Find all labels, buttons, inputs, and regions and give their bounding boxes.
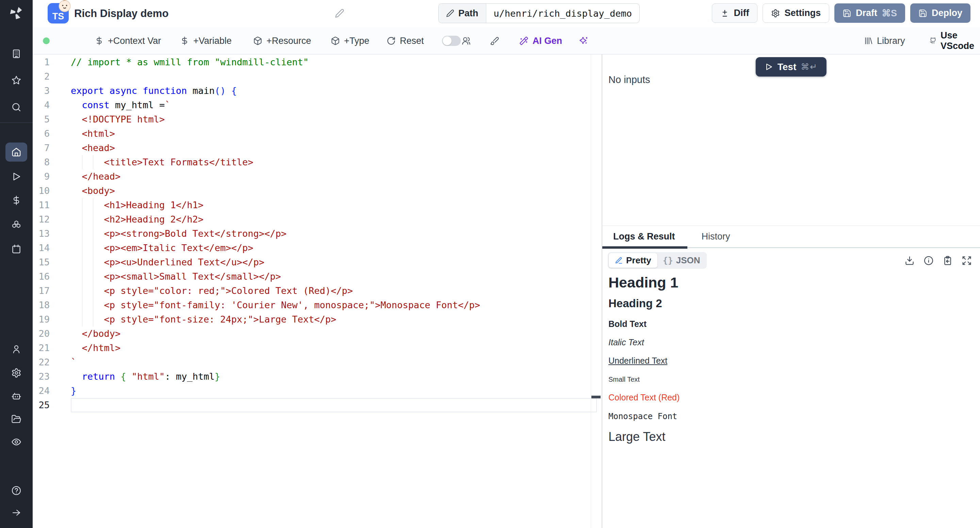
sidebar-item-settings-gear-icon[interactable] [11,368,21,378]
code-line[interactable]: 22` [33,355,597,369]
code-line[interactable]: 5 <!DOCTYPE html> [33,112,597,127]
line-text[interactable]: </head> [71,169,597,184]
code-editor[interactable]: 1// import * as wmill from "windmill-cli… [33,54,601,528]
download-icon[interactable] [904,256,915,266]
line-text[interactable]: <!DOCTYPE html> [71,112,597,127]
settings-button[interactable]: Settings [762,3,829,23]
sidebar-item-resources-cubes-icon[interactable] [11,220,21,230]
edit-path-button[interactable]: Path [439,4,486,23]
sidebar-item-user-icon[interactable] [11,344,21,354]
line-text[interactable]: // import * as wmill from "windmill-clie… [71,55,597,69]
library-button[interactable]: Library [864,35,905,46]
code-line[interactable]: 14 <p><em>Italic Text</em></p> [33,241,597,255]
code-line[interactable]: 11 <h1>Heading 1</h1> [33,198,597,212]
code-line[interactable]: 24} [33,384,597,398]
tab-logs-result[interactable]: Logs & Result [602,226,687,247]
sidebar-item-folders-icon[interactable] [11,414,21,424]
code-line[interactable]: 10 <body> [33,184,597,198]
sidebar-divider [0,122,33,123]
code-line[interactable]: 19 <p style="font-size: 24px;">Large Tex… [33,312,597,327]
line-text[interactable]: <body> [71,184,597,198]
sidebar-item-audit-eye-icon[interactable] [11,437,21,447]
code-line[interactable]: 2 [33,69,597,84]
code-line[interactable]: 17 <p style="color: red;">Colored Text (… [33,284,597,298]
help-icon[interactable] [11,485,21,496]
path-value[interactable]: u/henri/rich_display_demo [486,4,640,23]
line-text[interactable]: </html> [71,341,597,355]
windmill-logo-icon[interactable] [9,5,24,21]
diff-mode-toggle[interactable] [442,36,461,46]
code-line[interactable]: 23 return { "html": my_html} [33,369,597,384]
search-icon[interactable] [11,102,21,112]
code-line[interactable]: 13 <p><strong>Bold Text</strong></p> [33,227,597,241]
code-line[interactable]: 20 </body> [33,327,597,341]
workspace-building-icon[interactable] [11,49,21,59]
edit-summary-pencil-icon[interactable] [335,8,344,18]
line-text[interactable]: <p><em>Italic Text</em></p> [71,241,597,255]
info-icon[interactable] [924,256,934,266]
code-line[interactable]: 1// import * as wmill from "windmill-cli… [33,55,597,69]
test-button[interactable]: Test ⌘↵ [756,57,827,76]
add-context-var-button[interactable]: +Context Var [95,35,161,46]
code-line[interactable]: 7 <head> [33,141,597,155]
toggle-off[interactable] [442,36,461,46]
line-text[interactable]: <p><small>Small Text</small></p> [71,269,597,284]
code-line[interactable]: 3export async function main() { [33,84,597,98]
favorites-star-icon[interactable] [11,75,21,85]
code-line[interactable]: 8 <title>Text Formats</title> [33,155,597,169]
line-text[interactable]: <p style="color: red;">Colored Text (Red… [71,284,597,298]
add-resource-button[interactable]: +Resource [253,35,311,46]
sidebar-item-home[interactable] [5,143,27,162]
collaborators-users-icon[interactable] [461,36,471,45]
deploy-button[interactable]: Deploy [910,3,970,23]
code-line[interactable]: 18 <p style="font-family: 'Courier New',… [33,298,597,312]
expand-icon[interactable] [962,256,972,266]
line-text[interactable]: ` [71,355,597,369]
line-text[interactable]: return { "html": my_html} [71,369,597,384]
sidebar-item-workers-robot-icon[interactable] [11,391,21,401]
line-text[interactable]: <title>Text Formats</title> [71,155,597,169]
line-text[interactable]: } [71,384,597,398]
code-line[interactable]: 21 </html> [33,341,597,355]
sidebar-item-variables-dollar-icon[interactable] [11,195,21,205]
add-variable-button[interactable]: +Variable [180,35,232,46]
sparkles-icon[interactable] [579,36,588,45]
line-text[interactable]: </body> [71,327,597,341]
line-text[interactable]: <head> [71,141,597,155]
code-line[interactable]: 16 <p><small>Small Text</small></p> [33,269,597,284]
add-type-button[interactable]: +Type [331,35,369,46]
line-text[interactable]: <html> [71,127,597,141]
code-line[interactable]: 12 <h2>Heading 2</h2> [33,212,597,227]
line-text[interactable]: <h2>Heading 2</h2> [71,212,597,227]
sidebar-item-schedules-calendar-icon[interactable] [11,244,21,254]
line-text[interactable] [71,69,597,84]
code-token: // import * as wmill from "windmill-clie… [71,57,309,67]
line-text[interactable]: <p><u>Underlined Text</u></p> [71,255,597,269]
line-text[interactable]: <p style="font-size: 24px;">Large Text</… [71,312,597,327]
code-line[interactable]: 9 </head> [33,169,597,184]
copy-result-clipboard-icon[interactable] [943,256,953,266]
ai-gen-button[interactable]: AI Gen [519,35,562,46]
line-text[interactable]: const my_html =` [71,98,597,112]
code-line[interactable]: 6 <html> [33,127,597,141]
tab-history[interactable]: History [693,226,739,247]
json-view-button[interactable]: {} JSON [657,253,706,268]
line-text[interactable]: export async function main() { [71,84,597,98]
sidebar-item-runs-play-icon[interactable] [11,172,21,182]
diff-button[interactable]: Diff [712,3,757,23]
inputs-section: Test ⌘↵ No inputs [602,54,980,226]
code-line[interactable]: 4 const my_html =` [33,98,597,112]
expand-sidebar-arrow-icon[interactable] [11,507,21,518]
editor-scrollbar-track[interactable] [591,54,591,528]
reset-button[interactable]: Reset [387,35,424,46]
code-line[interactable]: 15 <p><u>Underlined Text</u></p> [33,255,597,269]
code-line[interactable]: 25 [33,398,597,412]
line-text[interactable]: <p><strong>Bold Text</strong></p> [71,227,597,241]
use-vscode-button[interactable]: Use VScode [930,30,980,51]
line-text[interactable] [71,398,597,412]
draft-button[interactable]: Draft ⌘S [834,3,905,23]
format-brush-icon[interactable] [490,36,499,45]
line-text[interactable]: <h1>Heading 1</h1> [71,198,597,212]
line-text[interactable]: <p style="font-family: 'Courier New', mo… [71,298,597,312]
pretty-view-button[interactable]: Pretty [609,253,657,268]
